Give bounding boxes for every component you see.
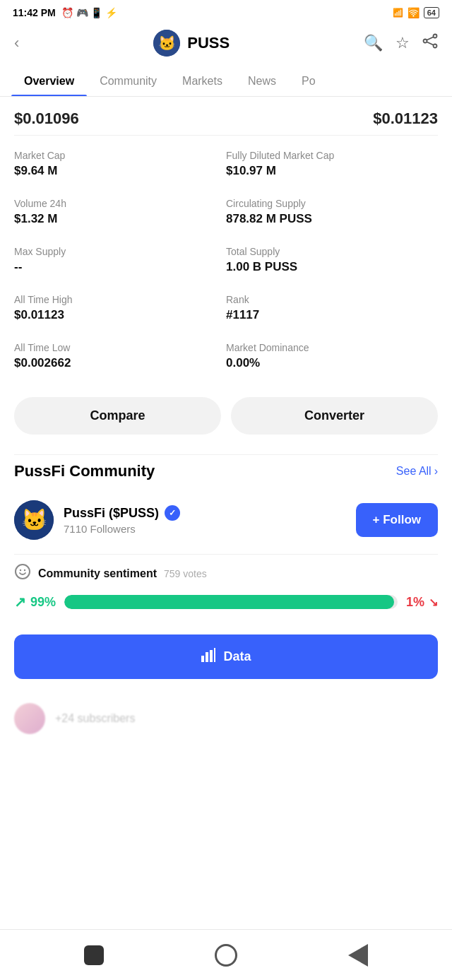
back-triangle-icon xyxy=(348,944,368,967)
home-circle-icon xyxy=(215,944,237,967)
verified-badge: ✓ xyxy=(165,505,180,521)
data-chart-icon xyxy=(201,647,216,666)
svg-point-11 xyxy=(24,569,25,571)
coin-logo: 🐱 xyxy=(153,30,180,57)
svg-point-4 xyxy=(434,45,437,48)
header: ‹ 🐱 PUSS 🔍 ☆ xyxy=(0,23,452,66)
signal-icon: 📶 xyxy=(393,8,403,18)
stat-volume-label: Volume 24h xyxy=(14,198,226,209)
tab-news[interactable]: News xyxy=(235,66,289,96)
svg-point-2 xyxy=(434,35,437,38)
tab-markets[interactable]: Markets xyxy=(170,66,235,96)
stat-circulating-value: 878.82 M PUSS xyxy=(226,212,438,226)
tab-bar: Overview Community Markets News Po xyxy=(0,66,452,97)
price-high: $0.01123 xyxy=(373,110,438,128)
wifi-icon: 🛜 xyxy=(408,7,420,18)
stat-dominance-label: Market Dominance xyxy=(226,342,438,353)
stat-rank-label: Rank xyxy=(226,294,438,305)
nav-center-button[interactable] xyxy=(209,938,243,972)
compare-button[interactable]: Compare xyxy=(14,397,221,435)
tab-po[interactable]: Po xyxy=(289,66,328,96)
tab-community[interactable]: Community xyxy=(87,66,170,96)
bottom-preview: +24 subscribers xyxy=(0,693,452,744)
svg-point-10 xyxy=(20,569,21,571)
community-name: PussFi ($PUSS) xyxy=(64,506,159,521)
data-button[interactable]: Data xyxy=(14,634,438,679)
svg-point-9 xyxy=(16,565,30,579)
nav-back-button[interactable] xyxy=(341,938,375,972)
stat-total-supply-label: Total Supply xyxy=(226,246,438,257)
bull-arrow-icon: ↗ xyxy=(14,594,26,610)
price-row: $0.01096 $0.01123 xyxy=(0,97,452,135)
action-buttons: Compare Converter xyxy=(0,384,452,454)
see-all-button[interactable]: See All › xyxy=(396,465,438,478)
status-right: 📶 🛜 64 xyxy=(393,7,439,18)
svg-rect-13 xyxy=(206,652,208,662)
back-button[interactable]: ‹ xyxy=(14,34,19,52)
nav-home-button[interactable] xyxy=(77,938,111,972)
stat-market-cap: Market Cap $9.64 M xyxy=(14,140,226,188)
search-icon[interactable]: 🔍 xyxy=(364,34,383,52)
blur-text: +24 subscribers xyxy=(55,712,135,725)
stat-max-supply-label: Max Supply xyxy=(14,246,226,257)
bottom-spacer xyxy=(0,744,452,795)
coin-logo-svg: 🐱 xyxy=(153,30,180,57)
follower-count: 7110 Followers xyxy=(64,523,180,535)
stat-dominance: Market Dominance 0.00% xyxy=(226,332,438,380)
bear-arrow-icon: ↘ xyxy=(429,596,438,609)
svg-text:🐱: 🐱 xyxy=(21,507,48,533)
follow-button[interactable]: + Follow xyxy=(356,503,438,537)
sentiment-bar-fill xyxy=(64,595,394,609)
bearish-percent: 1% ↘ xyxy=(406,595,438,610)
stat-fully-diluted-value: $10.97 M xyxy=(226,164,438,178)
header-right: 🔍 ☆ xyxy=(364,33,438,53)
stat-ath: All Time High $0.01123 xyxy=(14,284,226,332)
stat-max-supply: Max Supply -- xyxy=(14,236,226,284)
stat-market-cap-label: Market Cap xyxy=(14,150,226,161)
community-avatar: 🐱 xyxy=(14,500,54,540)
community-card: 🐱 PussFi ($PUSS) ✓ 7110 Followers + Foll… xyxy=(0,493,452,554)
header-center: 🐱 PUSS xyxy=(153,30,230,57)
blur-avatar xyxy=(14,703,45,734)
stats-grid: Market Cap $9.64 M Fully Diluted Market … xyxy=(0,136,452,384)
svg-rect-15 xyxy=(214,648,215,662)
svg-line-5 xyxy=(427,37,434,40)
sentiment-bar xyxy=(64,595,398,609)
stat-max-supply-value: -- xyxy=(14,260,226,274)
stat-volume: Volume 24h $1.32 M xyxy=(14,188,226,236)
stat-total-supply: Total Supply 1.00 B PUSS xyxy=(226,236,438,284)
sentiment-votes: 759 votes xyxy=(164,568,207,579)
community-section-header: PussFi Community See All › xyxy=(0,455,452,493)
community-name-row: PussFi ($PUSS) ✓ xyxy=(64,505,180,521)
stat-circulating-supply: Circulating Supply 878.82 M PUSS xyxy=(226,188,438,236)
stat-atl-label: All Time Low xyxy=(14,342,226,353)
stat-total-supply-value: 1.00 B PUSS xyxy=(226,260,438,274)
status-left: 11:42 PM ⏰ 🎮 📱 ⚡ xyxy=(13,7,117,18)
sentiment-bar-row: ↗ 99% 1% ↘ xyxy=(14,594,438,610)
time: 11:42 PM xyxy=(13,7,56,18)
stat-atl: All Time Low $0.002662 xyxy=(14,332,226,380)
sentiment-label: Community sentiment xyxy=(38,567,157,580)
stat-atl-value: $0.002662 xyxy=(14,356,226,370)
stat-dominance-value: 0.00% xyxy=(226,356,438,370)
sentiment-header: Community sentiment 759 votes xyxy=(14,563,438,584)
svg-rect-12 xyxy=(201,656,204,662)
star-icon[interactable]: ☆ xyxy=(396,34,410,52)
share-icon[interactable] xyxy=(422,33,438,53)
stat-circulating-label: Circulating Supply xyxy=(226,198,438,209)
svg-rect-14 xyxy=(210,650,213,662)
stat-fully-diluted-label: Fully Diluted Market Cap xyxy=(226,150,438,161)
stat-fully-diluted: Fully Diluted Market Cap $10.97 M xyxy=(226,140,438,188)
stat-market-cap-value: $9.64 M xyxy=(14,164,226,178)
tab-overview[interactable]: Overview xyxy=(11,66,87,96)
avatar-svg: 🐱 xyxy=(14,500,54,540)
sentiment-icon xyxy=(14,563,31,584)
stat-ath-label: All Time High xyxy=(14,294,226,305)
price-low: $0.01096 xyxy=(14,110,79,128)
bullish-percent: ↗ 99% xyxy=(14,594,56,610)
converter-button[interactable]: Converter xyxy=(231,397,438,435)
stat-rank: Rank #1117 xyxy=(226,284,438,332)
svg-text:🐱: 🐱 xyxy=(158,35,176,52)
battery-indicator: 64 xyxy=(424,7,439,18)
community-text: PussFi ($PUSS) ✓ 7110 Followers xyxy=(64,505,180,535)
